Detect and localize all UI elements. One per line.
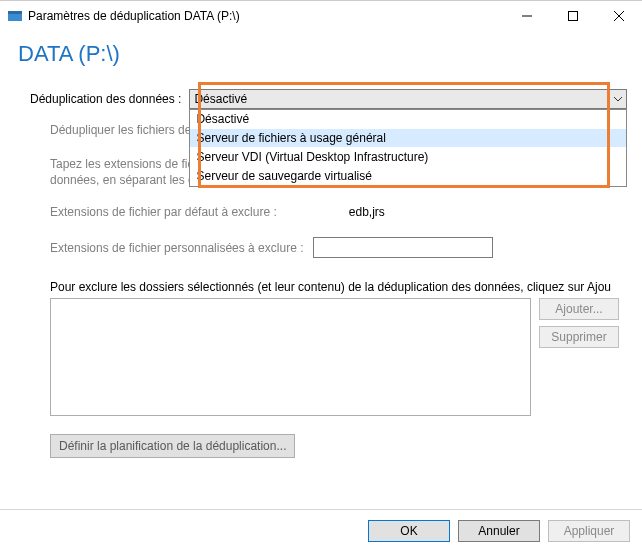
default-ext-value: edb,jrs [349, 205, 385, 219]
app-icon [8, 9, 22, 23]
schedule-button[interactable]: Définir la planification de la déduplica… [50, 434, 295, 458]
exclude-folders-row: Ajouter... Supprimer [50, 298, 627, 416]
dedup-option-disabled[interactable]: Désactivé [190, 110, 626, 129]
page-title: DATA (P:\) [0, 31, 642, 67]
window-title: Paramètres de déduplication DATA (P:\) [28, 9, 504, 23]
dedup-option-backup[interactable]: Serveur de sauvegarde virtualisé [190, 167, 626, 186]
dedup-combo-wrap: Désactivé Désactivé Serveur de fichiers … [189, 89, 627, 109]
dedup-dropdown: Désactivé Serveur de fichiers à usage gé… [189, 109, 627, 187]
footer: OK Annuler Appliquer [0, 509, 642, 552]
svg-rect-1 [8, 11, 22, 14]
maximize-button[interactable] [550, 1, 596, 31]
chevron-down-icon [614, 92, 622, 106]
titlebar: Paramètres de déduplication DATA (P:\) [0, 1, 642, 31]
svg-rect-3 [569, 12, 578, 21]
add-folder-button[interactable]: Ajouter... [539, 298, 619, 320]
dedup-combo-selected: Désactivé [194, 92, 247, 106]
window: Paramètres de déduplication DATA (P:\) D… [0, 0, 642, 552]
dedup-row: Déduplication des données : Désactivé Dé… [30, 89, 627, 109]
default-ext-row: Extensions de fichier par défaut à exclu… [50, 205, 627, 219]
remove-folder-button[interactable]: Supprimer [539, 326, 619, 348]
custom-ext-row: Extensions de fichier personnalisées à e… [50, 237, 627, 258]
dedup-label: Déduplication des données : [30, 92, 181, 106]
dedup-combo[interactable]: Désactivé [189, 89, 627, 109]
content-area: Déduplication des données : Désactivé Dé… [0, 67, 642, 458]
ok-button[interactable]: OK [368, 520, 450, 542]
exclude-folders-label: Pour exclure les dossiers sélectionnés (… [50, 280, 627, 294]
apply-button[interactable]: Appliquer [548, 520, 630, 542]
exclude-folders-list[interactable] [50, 298, 531, 416]
minimize-button[interactable] [504, 1, 550, 31]
dedup-option-general[interactable]: Serveur de fichiers à usage général [190, 129, 626, 148]
cancel-button[interactable]: Annuler [458, 520, 540, 542]
custom-ext-input[interactable] [313, 237, 493, 258]
custom-ext-label: Extensions de fichier personnalisées à e… [50, 241, 303, 255]
dedup-option-vdi[interactable]: Serveur VDI (Virtual Desktop Infrastruct… [190, 148, 626, 167]
close-button[interactable] [596, 1, 642, 31]
default-ext-label: Extensions de fichier par défaut à exclu… [50, 205, 277, 219]
